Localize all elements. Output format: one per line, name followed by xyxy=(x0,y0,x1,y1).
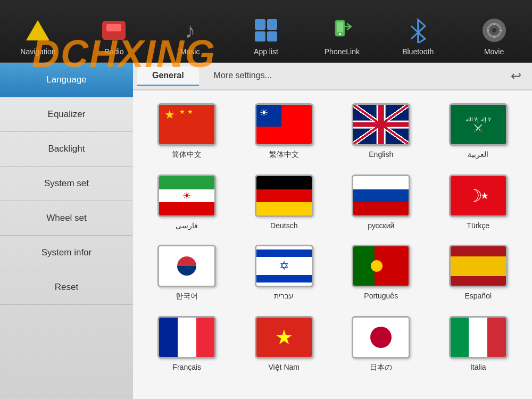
flag-tr xyxy=(449,174,508,217)
lang-name-japanese: 日本の xyxy=(370,363,392,372)
nav-item-radio[interactable]: Radio xyxy=(76,16,152,58)
nav-icon-applist xyxy=(252,16,280,44)
nav-label-phonelink: PhoneLink xyxy=(325,47,360,56)
nav-icon-radio xyxy=(100,16,128,44)
right-panel: General More settings... ↩ 简体中文 繁体中文 xyxy=(133,63,532,399)
lang-name-vietnamese: Việt Nam xyxy=(268,363,300,371)
nav-icon-phonelink xyxy=(328,16,356,44)
sidebar-item-system-set[interactable]: System set xyxy=(0,167,133,201)
lang-name-turkish: Türkçe xyxy=(467,221,489,230)
sidebar-item-backlight[interactable]: Backlight xyxy=(0,132,133,167)
lang-italian[interactable]: Italia xyxy=(433,312,524,377)
lang-name-french: Français xyxy=(172,363,201,371)
flag-vn xyxy=(255,316,313,359)
lang-russian[interactable]: русский xyxy=(336,170,427,234)
sidebar-item-system-infor[interactable]: System infor xyxy=(0,236,133,270)
nav-item-applist[interactable]: App list xyxy=(228,16,304,58)
nav-item-bluetooth[interactable]: Bluetooth xyxy=(380,16,456,58)
lang-japanese[interactable]: 日本の xyxy=(336,312,427,377)
flag-ir: ☀ xyxy=(157,174,216,217)
nav-icon-navigation xyxy=(24,16,52,44)
flag-fr xyxy=(157,316,216,359)
tab-general[interactable]: General xyxy=(137,66,199,86)
lang-name-russian: русский xyxy=(368,221,394,230)
language-grid: 简体中文 繁体中文 xyxy=(133,90,532,399)
sidebar-item-reset[interactable]: Reset xyxy=(0,270,133,305)
back-button[interactable]: ↩ xyxy=(504,66,528,86)
lang-name-deutsch: Deutsch xyxy=(270,221,297,230)
lang-english[interactable]: English xyxy=(336,99,427,164)
flag-ru xyxy=(352,174,410,217)
lang-name-farsi: فارسی xyxy=(176,221,198,230)
nav-item-navigation[interactable]: Navigation xyxy=(0,16,76,58)
nav-label-movie: Movie xyxy=(484,47,504,56)
lang-name-simplified-chinese: 简体中文 xyxy=(172,150,202,160)
lang-portuguese[interactable]: Português xyxy=(336,240,427,305)
nav-label-music: Music xyxy=(180,47,200,56)
lang-simplified-chinese[interactable]: 简体中文 xyxy=(142,99,232,164)
flag-uk xyxy=(352,103,410,146)
flag-it xyxy=(449,316,508,359)
lang-name-arabic: العربية xyxy=(468,150,488,159)
nav-icon-music: ♪ xyxy=(176,16,204,44)
flag-sa: لا إله إلا الله ⚔️ xyxy=(449,103,508,146)
lang-farsi[interactable]: ☀ فارسی xyxy=(142,170,232,234)
nav-item-movie[interactable]: Movie xyxy=(456,16,532,58)
sidebar-item-language[interactable]: Language xyxy=(0,63,133,97)
lang-traditional-chinese[interactable]: 繁体中文 xyxy=(239,99,330,164)
nav-label-bluetooth: Bluetooth xyxy=(402,47,434,56)
nav-item-phonelink[interactable]: PhoneLink xyxy=(304,16,380,58)
tab-more-settings[interactable]: More settings... xyxy=(199,66,287,86)
lang-spanish[interactable]: Español xyxy=(433,240,524,305)
nav-label-navigation: Navigation xyxy=(20,47,55,56)
flag-de xyxy=(255,174,313,217)
lang-hebrew[interactable]: ✡ עברית xyxy=(239,240,330,305)
flag-cn xyxy=(157,103,216,146)
svg-point-2 xyxy=(339,33,341,35)
svg-rect-1 xyxy=(337,22,343,32)
lang-name-italian: Italia xyxy=(470,363,486,371)
sidebar-item-wheel-set[interactable]: Wheel set xyxy=(0,201,133,236)
svg-point-9 xyxy=(492,28,496,32)
nav-label-radio: Radio xyxy=(104,47,124,56)
lang-name-english: English xyxy=(369,150,393,159)
lang-vietnamese[interactable]: Việt Nam xyxy=(239,312,330,377)
sidebar-item-equalizer[interactable]: Equalizer xyxy=(0,97,133,132)
nav-icon-bluetooth xyxy=(404,16,432,44)
lang-turkish[interactable]: Türkçe xyxy=(433,170,524,234)
lang-name-traditional-chinese: 繁体中文 xyxy=(269,150,299,160)
lang-french[interactable]: Français xyxy=(142,312,232,377)
lang-name-hebrew: עברית xyxy=(274,292,294,300)
nav-icon-movie xyxy=(480,16,508,44)
lang-arabic[interactable]: لا إله إلا الله ⚔️ العربية xyxy=(433,99,524,164)
flag-pt xyxy=(352,245,410,287)
lang-deutsch[interactable]: Deutsch xyxy=(239,170,330,234)
lang-korean[interactable]: 한국어 xyxy=(142,240,232,305)
main-content: Language Equalizer Backlight System set … xyxy=(0,63,532,399)
flag-kr xyxy=(157,245,216,287)
flag-jp xyxy=(352,316,410,359)
lang-name-portuguese: Português xyxy=(364,292,398,300)
flag-il: ✡ xyxy=(255,245,313,287)
nav-label-applist: App list xyxy=(254,47,278,56)
lang-name-korean: 한국어 xyxy=(176,292,198,301)
lang-name-spanish: Español xyxy=(464,292,492,300)
top-nav-bar: Navigation Radio ♪ Music App list xyxy=(0,0,532,63)
tab-bar: General More settings... ↩ xyxy=(133,63,532,90)
sidebar: Language Equalizer Backlight System set … xyxy=(0,63,133,399)
nav-item-music[interactable]: ♪ Music xyxy=(152,16,228,58)
flag-tw xyxy=(255,103,313,146)
flag-es xyxy=(449,245,508,287)
